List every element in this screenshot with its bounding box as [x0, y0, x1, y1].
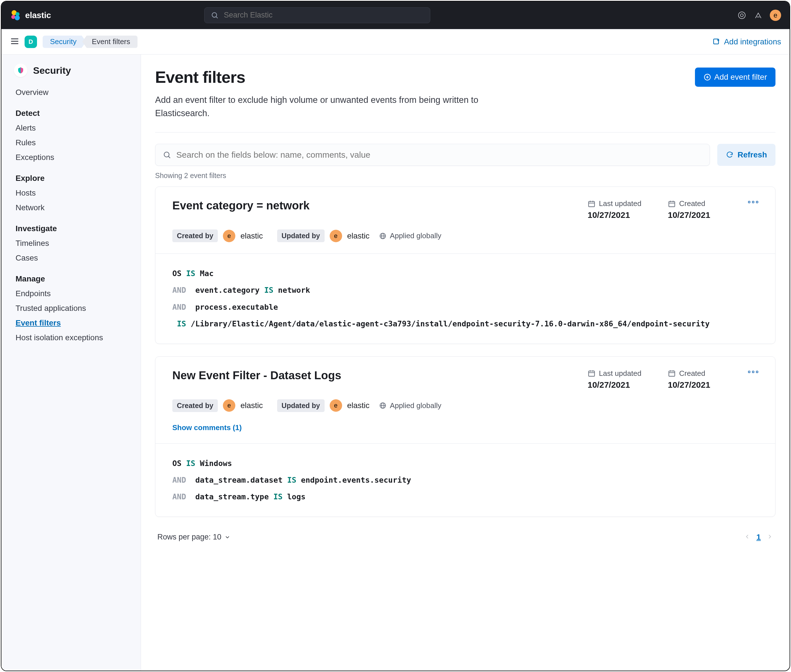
- refresh-icon: [726, 151, 733, 159]
- global-search-input[interactable]: [224, 11, 424, 19]
- sidebar: Security Overview Detect Alerts Rules Ex…: [2, 54, 141, 670]
- more-actions-icon: [748, 201, 758, 203]
- nav-host-isolation[interactable]: Host isolation exceptions: [2, 330, 141, 345]
- calendar-icon: [668, 370, 676, 377]
- chevron-right-icon: [766, 533, 773, 540]
- chevron-down-icon: [224, 534, 230, 540]
- next-page-button[interactable]: [766, 533, 773, 541]
- nav-heading-detect: Detect: [2, 100, 141, 121]
- svg-rect-31: [589, 371, 594, 376]
- filter-title: New Event Filter - Dataset Logs: [172, 369, 575, 382]
- show-comments-link[interactable]: Show comments (1): [172, 423, 758, 432]
- filter-search[interactable]: [155, 144, 710, 166]
- nav-endpoints[interactable]: Endpoints: [2, 286, 141, 301]
- globe-icon: [379, 232, 387, 240]
- event-filter-card: New Event Filter - Dataset LogsLast upda…: [155, 356, 775, 517]
- package-plus-icon: [712, 38, 721, 46]
- nav-heading-investigate: Investigate: [2, 215, 141, 236]
- page-number[interactable]: 1: [756, 533, 761, 542]
- elastic-logo-icon: [10, 10, 21, 21]
- created-by-pill: Created by: [172, 399, 218, 412]
- hamburger-icon: [10, 37, 19, 46]
- globe-icon: [379, 402, 387, 409]
- space-selector[interactable]: D: [25, 35, 37, 48]
- filter-search-input[interactable]: [176, 150, 702, 160]
- rows-per-page-selector[interactable]: Rows per page: 10: [157, 533, 230, 541]
- breadcrumb-security[interactable]: Security: [43, 35, 86, 48]
- svg-rect-20: [589, 201, 594, 206]
- add-event-filter-button[interactable]: Add event filter: [695, 67, 775, 87]
- nav-alerts[interactable]: Alerts: [2, 121, 141, 135]
- logo-text: elastic: [25, 10, 51, 20]
- add-integrations-link[interactable]: Add integrations: [712, 37, 781, 46]
- svg-point-6: [738, 12, 745, 19]
- prev-page-button[interactable]: [744, 533, 751, 541]
- svg-line-19: [168, 156, 170, 158]
- filter-title: Event category = network: [172, 199, 575, 212]
- svg-point-4: [212, 13, 217, 17]
- filter-conditions: OS IS WindowsAND data_stream.dataset IS …: [155, 444, 775, 517]
- breadcrumb: Security Event filters: [43, 35, 137, 48]
- filter-conditions: OS IS MacAND event.category IS networkAN…: [155, 254, 775, 344]
- results-count: Showing 2 event filters: [155, 171, 775, 180]
- svg-rect-35: [669, 371, 675, 376]
- calendar-icon: [588, 200, 596, 208]
- svg-point-18: [164, 152, 169, 157]
- setup-guide-icon[interactable]: [753, 10, 763, 20]
- nav-network[interactable]: Network: [2, 200, 141, 215]
- breadcrumb-event-filters: Event filters: [82, 35, 137, 48]
- svg-rect-24: [669, 201, 675, 206]
- search-icon: [163, 150, 171, 159]
- pagination: 1: [744, 533, 773, 542]
- created-by-user: elastic: [240, 232, 263, 240]
- scope-label: Applied globally: [379, 401, 441, 410]
- refresh-button[interactable]: Refresh: [717, 144, 775, 166]
- created: Created10/27/2021: [668, 369, 736, 390]
- plus-circle-icon: [703, 73, 711, 81]
- nav-overview[interactable]: Overview: [2, 85, 141, 100]
- nav-event-filters[interactable]: Event filters: [2, 316, 141, 330]
- sidebar-app-title: Security: [33, 65, 71, 76]
- chevron-left-icon: [744, 533, 751, 540]
- svg-line-5: [216, 16, 218, 18]
- nav-exceptions[interactable]: Exceptions: [2, 150, 141, 165]
- more-actions-icon: [748, 371, 758, 373]
- created-by-avatar: e: [223, 230, 235, 242]
- nav-trusted-apps[interactable]: Trusted applications: [2, 301, 141, 316]
- newsfeed-icon[interactable]: [737, 10, 747, 20]
- user-avatar[interactable]: e: [770, 10, 781, 21]
- security-app-icon: [14, 64, 27, 77]
- scope-label: Applied globally: [379, 232, 441, 240]
- card-actions-menu[interactable]: [748, 199, 758, 203]
- nav-timelines[interactable]: Timelines: [2, 236, 141, 251]
- nav-hosts[interactable]: Hosts: [2, 186, 141, 200]
- page-description: Add an event filter to exclude high volu…: [155, 94, 517, 120]
- nav-heading-explore: Explore: [2, 165, 141, 186]
- nav-toggle-button[interactable]: [10, 37, 19, 47]
- created: Created10/27/2021: [668, 199, 736, 220]
- svg-point-3: [15, 15, 20, 20]
- created-by-avatar: e: [223, 399, 235, 412]
- nav-cases[interactable]: Cases: [2, 251, 141, 266]
- calendar-icon: [668, 200, 676, 208]
- nav-rules[interactable]: Rules: [2, 135, 141, 150]
- global-search[interactable]: [204, 7, 430, 23]
- last-updated: Last updated10/27/2021: [588, 369, 655, 390]
- svg-point-2: [11, 15, 15, 19]
- event-filter-card: Event category = networkLast updated10/2…: [155, 187, 775, 344]
- app-header: elastic e: [2, 2, 789, 29]
- updated-by-pill: Updated by: [277, 229, 324, 242]
- svg-point-7: [740, 14, 743, 17]
- search-icon: [211, 11, 219, 19]
- updated-by-avatar: e: [330, 399, 342, 412]
- last-updated: Last updated10/27/2021: [588, 199, 655, 220]
- calendar-icon: [588, 370, 596, 377]
- created-by-user: elastic: [240, 401, 263, 410]
- elastic-logo[interactable]: elastic: [10, 10, 51, 21]
- page-title: Event filters: [155, 67, 245, 86]
- card-actions-menu[interactable]: [748, 369, 758, 373]
- updated-by-user: elastic: [347, 401, 369, 410]
- updated-by-pill: Updated by: [277, 399, 324, 412]
- nav-heading-manage: Manage: [2, 266, 141, 286]
- subheader: D Security Event filters Add integration…: [2, 29, 789, 54]
